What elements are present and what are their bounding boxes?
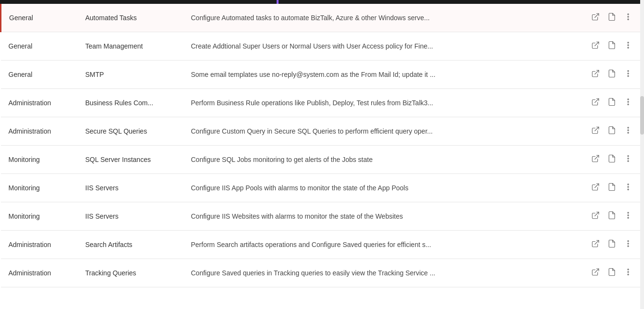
external-link-icon[interactable] xyxy=(591,211,602,222)
external-link-icon[interactable] xyxy=(591,239,602,250)
table-row[interactable]: Administration Search Artifacts Perform … xyxy=(1,231,644,259)
more-icon[interactable] xyxy=(624,12,634,23)
svg-line-28 xyxy=(595,212,599,216)
table-row[interactable]: General SMTP Some email templates use no… xyxy=(1,61,644,89)
table-row[interactable]: Monitoring IIS Servers Configure IIS App… xyxy=(1,174,644,202)
more-icon[interactable] xyxy=(624,211,634,222)
svg-point-38 xyxy=(628,272,629,272)
more-icon[interactable] xyxy=(624,239,634,250)
row-description: Configure SQL Jobs monitoring to get ale… xyxy=(183,146,582,174)
table-container: General Automated Tasks Configure Automa… xyxy=(0,4,644,287)
more-icon[interactable] xyxy=(624,268,634,278)
row-category: Administration xyxy=(1,231,78,259)
external-link-icon[interactable] xyxy=(591,183,602,193)
external-link-icon[interactable] xyxy=(591,41,602,51)
more-icon[interactable] xyxy=(624,41,634,51)
external-link-icon[interactable] xyxy=(591,154,602,165)
svg-point-23 xyxy=(628,161,629,161)
table-row[interactable]: Monitoring SQL Server Instances Configur… xyxy=(1,146,644,174)
row-category: Administration xyxy=(1,259,78,287)
svg-line-16 xyxy=(595,127,599,131)
more-icon[interactable] xyxy=(624,126,634,136)
row-description: Configure Custom Query in Secure SQL Que… xyxy=(183,117,582,146)
svg-line-8 xyxy=(595,70,599,74)
document-icon[interactable] xyxy=(608,154,618,165)
document-icon[interactable] xyxy=(608,268,618,278)
row-name: IIS Servers xyxy=(78,202,183,231)
document-icon[interactable] xyxy=(608,98,618,108)
row-actions xyxy=(582,259,644,287)
more-icon[interactable] xyxy=(624,69,634,80)
document-icon[interactable] xyxy=(608,69,618,80)
row-category: Monitoring xyxy=(1,202,78,231)
row-description: Perform Business Rule operations like Pu… xyxy=(183,89,582,117)
features-table: General Automated Tasks Configure Automa… xyxy=(0,4,644,287)
table-row[interactable]: General Automated Tasks Configure Automa… xyxy=(1,4,644,32)
svg-point-3 xyxy=(628,19,629,20)
svg-point-26 xyxy=(628,186,629,187)
top-bar-indicator xyxy=(277,0,279,4)
svg-point-39 xyxy=(628,274,629,275)
row-name: SQL Server Instances xyxy=(78,146,183,174)
svg-point-37 xyxy=(628,269,629,270)
external-link-icon[interactable] xyxy=(591,268,602,278)
more-icon[interactable] xyxy=(624,98,634,108)
table-row[interactable]: Monitoring IIS Servers Configure IIS Web… xyxy=(1,202,644,231)
row-category: General xyxy=(1,32,78,61)
svg-line-0 xyxy=(595,13,599,17)
document-icon[interactable] xyxy=(608,239,618,250)
row-description: Perform Search artifacts operations and … xyxy=(183,231,582,259)
table-row[interactable]: General Team Management Create Addtional… xyxy=(1,32,644,61)
svg-line-24 xyxy=(595,184,599,187)
svg-point-30 xyxy=(628,215,629,216)
external-link-icon[interactable] xyxy=(591,12,602,23)
svg-point-35 xyxy=(628,246,629,247)
row-actions xyxy=(582,231,644,259)
document-icon[interactable] xyxy=(608,183,618,193)
row-name: Automated Tasks xyxy=(78,4,183,32)
svg-point-1 xyxy=(628,14,629,15)
row-actions xyxy=(582,89,644,117)
external-link-icon[interactable] xyxy=(591,98,602,108)
svg-point-31 xyxy=(628,217,629,218)
row-name: Team Management xyxy=(78,32,183,61)
row-actions xyxy=(582,32,644,61)
svg-point-27 xyxy=(628,189,629,190)
row-description: Configure IIS App Pools with alarms to m… xyxy=(183,174,582,202)
more-icon[interactable] xyxy=(624,154,634,165)
svg-point-34 xyxy=(628,243,629,244)
row-actions xyxy=(582,202,644,231)
svg-point-2 xyxy=(628,16,629,17)
scroll-thumb[interactable] xyxy=(640,96,644,135)
row-description: Configure Saved queries in Tracking quer… xyxy=(183,259,582,287)
row-actions xyxy=(582,117,644,146)
svg-point-21 xyxy=(628,156,629,157)
external-link-icon[interactable] xyxy=(591,126,602,136)
svg-point-22 xyxy=(628,158,629,159)
svg-point-25 xyxy=(628,184,629,185)
svg-point-14 xyxy=(628,101,629,102)
row-actions xyxy=(582,146,644,174)
document-icon[interactable] xyxy=(608,126,618,136)
row-name: SMTP xyxy=(78,61,183,89)
table-row[interactable]: Administration Secure SQL Queries Config… xyxy=(1,117,644,146)
row-description: Configure IIS Websites with alarms to mo… xyxy=(183,202,582,231)
document-icon[interactable] xyxy=(608,211,618,222)
row-category: Monitoring xyxy=(1,146,78,174)
external-link-icon[interactable] xyxy=(591,69,602,80)
document-icon[interactable] xyxy=(608,12,618,23)
row-category: General xyxy=(1,61,78,89)
table-row[interactable]: Administration Business Rules Com... Per… xyxy=(1,89,644,117)
svg-point-18 xyxy=(628,130,629,131)
row-category: General xyxy=(1,4,78,32)
document-icon[interactable] xyxy=(608,41,618,51)
scrollbar[interactable] xyxy=(640,0,644,287)
more-icon[interactable] xyxy=(624,183,634,193)
svg-point-17 xyxy=(628,127,629,128)
table-row[interactable]: Administration Tracking Queries Configur… xyxy=(1,259,644,287)
row-actions xyxy=(582,174,644,202)
row-category: Monitoring xyxy=(1,174,78,202)
svg-point-15 xyxy=(628,104,629,105)
row-description: Some email templates use no-reply@system… xyxy=(183,61,582,89)
top-bar xyxy=(0,0,644,4)
